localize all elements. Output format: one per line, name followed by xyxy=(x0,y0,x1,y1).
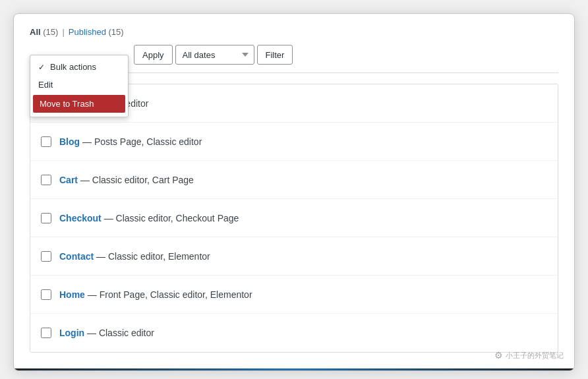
page-link-contact[interactable]: Contact xyxy=(59,251,94,262)
filter-button[interactable]: Filter xyxy=(257,45,293,65)
all-count: (15) xyxy=(43,27,58,37)
dates-select[interactable]: All dates xyxy=(175,45,254,65)
page-title-cell: Home — Front Page, Classic editor, Eleme… xyxy=(59,289,252,301)
page-link-checkout[interactable]: Checkout xyxy=(59,213,102,223)
page-meta-login: — Classic editor xyxy=(84,328,154,338)
page-title-cell: Login — Classic editor xyxy=(59,327,154,339)
apply-button[interactable]: Apply xyxy=(134,45,173,65)
bulk-actions-dropdown: Bulk actions Edit Move to Trash xyxy=(30,55,129,117)
page-title-cell: Cart — Classic editor, Cart Page xyxy=(59,174,194,186)
table-row: Contact — Classic editor, Elementor xyxy=(30,237,558,276)
pages-list: About — Block editor Blog — Posts Page, … xyxy=(30,84,558,353)
dropdown-item-trash[interactable]: Move to Trash xyxy=(33,95,125,113)
page-link-blog[interactable]: Blog xyxy=(59,136,80,147)
row-checkbox-cart[interactable] xyxy=(41,175,51,185)
row-checkbox-home[interactable] xyxy=(41,289,51,300)
watermark-icon: ⚙ xyxy=(494,350,503,361)
page-link-cart[interactable]: Cart xyxy=(59,175,78,185)
published-count: (15) xyxy=(109,27,124,37)
watermark-text: 小王子的外贸笔记 xyxy=(506,351,564,361)
page-link-login[interactable]: Login xyxy=(59,328,84,338)
row-checkbox-login[interactable] xyxy=(41,328,51,338)
page-meta-blog: — Posts Page, Classic editor xyxy=(80,136,202,147)
all-label: All xyxy=(30,27,41,37)
bottom-accent xyxy=(14,368,574,370)
page-meta-home: — Front Page, Classic editor, Elementor xyxy=(85,289,252,300)
table-row: Blog — Posts Page, Classic editor xyxy=(30,123,558,161)
table-row: Home — Front Page, Classic editor, Eleme… xyxy=(30,276,558,314)
table-row: Checkout — Classic editor, Checkout Page xyxy=(30,199,558,237)
row-checkbox-contact[interactable] xyxy=(41,251,51,262)
page-meta-contact: — Classic editor, Elementor xyxy=(94,251,210,262)
page-meta-cart: — Classic editor, Cart Page xyxy=(78,175,194,185)
published-label: Published xyxy=(69,27,106,37)
watermark: ⚙ 小王子的外贸笔记 xyxy=(494,350,564,361)
page-meta-checkout: — Classic editor, Checkout Page xyxy=(102,213,239,223)
page-title-cell: Blog — Posts Page, Classic editor xyxy=(59,136,202,148)
table-row: Cart — Classic editor, Cart Page xyxy=(30,161,558,199)
dropdown-item-bulk-actions[interactable]: Bulk actions xyxy=(30,58,128,76)
status-published[interactable]: Published (15) xyxy=(69,27,124,37)
page-link-home[interactable]: Home xyxy=(59,289,85,300)
filter-bar: Bulk actions Edit Move to Trash Apply Al… xyxy=(30,45,558,73)
page-title-cell: Checkout — Classic editor, Checkout Page xyxy=(59,212,239,224)
status-links: All (15) | Published (15) xyxy=(30,27,558,37)
row-checkbox-checkout[interactable] xyxy=(41,213,51,223)
main-window: All (15) | Published (15) Bulk actions E… xyxy=(13,13,575,371)
status-sep: | xyxy=(62,27,64,37)
status-all[interactable]: All (15) xyxy=(30,27,58,37)
row-checkbox-blog[interactable] xyxy=(41,136,51,147)
page-title-cell: Contact — Classic editor, Elementor xyxy=(59,250,210,262)
dropdown-item-edit[interactable]: Edit xyxy=(30,76,128,94)
table-row: Login — Classic editor xyxy=(30,314,558,352)
